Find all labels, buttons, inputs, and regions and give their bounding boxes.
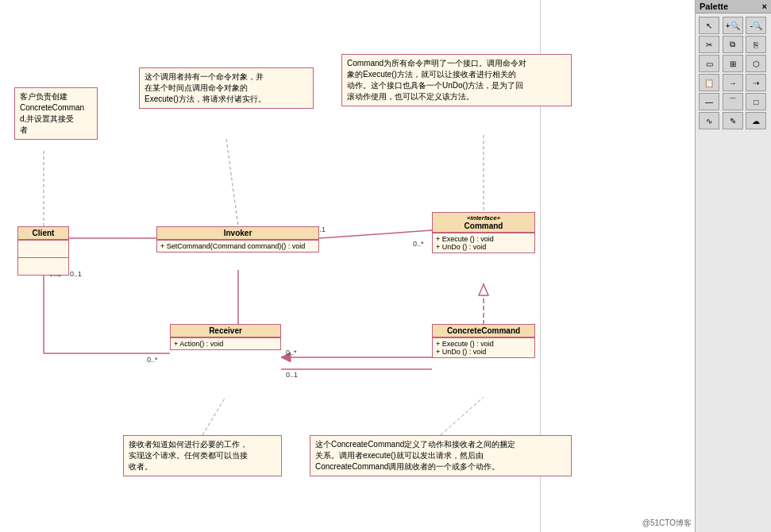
watermark: @51CTO博客 — [642, 518, 692, 529]
palette-title: Palette — [700, 2, 728, 11]
interface-label: «interface» — [436, 214, 531, 222]
freehand-tool[interactable]: ✎ — [723, 112, 743, 129]
receiver-class-header: Receiver — [171, 325, 280, 337]
cut-tool[interactable]: ✂ — [699, 36, 719, 53]
palette-panel: Palette × ↖ +🔍 -🔍 ✂ ⧉ ⎘ ▭ ⊞ ⬡ 📋 → ⇢ — ⌒ … — [695, 0, 771, 532]
command-note: Command为所有命令声明了一个接口。调用命令对 象的Execute()方法，… — [341, 54, 572, 106]
curve-tool[interactable]: ∿ — [699, 112, 719, 129]
client-class-header: Client — [18, 227, 68, 240]
class-tool[interactable]: ⊞ — [723, 55, 743, 72]
concrete-command-class-header: ConcreteCommand — [433, 325, 534, 337]
svg-marker-7 — [479, 284, 488, 295]
invoker-method-1: + SetCommand(Command command)() : void — [160, 242, 315, 250]
dependency-tool[interactable]: ⇢ — [746, 74, 766, 91]
invoker-class-header: Invoker — [157, 227, 318, 240]
svg-text:0..1: 0..1 — [286, 371, 298, 379]
svg-marker-13 — [281, 353, 291, 362]
rect-tool[interactable]: ▭ — [699, 55, 719, 72]
zoom-in-tool[interactable]: +🔍 — [723, 17, 743, 34]
concrete-command-class[interactable]: ConcreteCommand + Execute () : void + Un… — [432, 324, 535, 358]
svg-text:0..*: 0..* — [286, 349, 297, 357]
svg-line-2 — [226, 139, 238, 226]
palette-close-button[interactable]: × — [762, 2, 767, 11]
svg-line-15 — [202, 397, 226, 435]
arrow-tool[interactable]: → — [723, 74, 743, 91]
invoker-class[interactable]: Invoker + SetCommand(Command command)() … — [156, 226, 319, 253]
receiver-note: 接收者知道如何进行必要的工作， 实现这个请求。任何类都可以当接 收者。 — [123, 435, 282, 476]
svg-line-16 — [441, 397, 484, 435]
zoom-out-tool[interactable]: -🔍 — [746, 17, 766, 34]
command-method-2: + UnDo () : void — [436, 243, 531, 251]
diagram-area: 0..1 0..* 0..1 0..1 0..* 0..* 0..1 客户负责创… — [0, 0, 695, 532]
select-tool[interactable]: ↖ — [699, 17, 719, 34]
svg-line-5 — [319, 230, 432, 238]
client-class[interactable]: Client — [17, 226, 69, 276]
box-tool[interactable]: □ — [746, 93, 766, 110]
client-note: 客户负责创建 ConcreteComman d,并设置其接受 者 — [14, 87, 98, 140]
node-tool[interactable]: ⬡ — [746, 55, 766, 72]
command-class[interactable]: «interface» Command + Execute () : void … — [432, 212, 535, 253]
concrete-method-2: + UnDo () : void — [436, 348, 531, 356]
concrete-method-1: + Execute () : void — [436, 340, 531, 348]
cloud-tool[interactable]: ☁ — [746, 112, 766, 129]
concrete-note: 这个ConcreateCommand定义了动作和接收者之间的捆定 关系。调用者e… — [310, 435, 572, 476]
receiver-method-1: + Action() : void — [174, 340, 277, 348]
command-class-header: «interface» Command — [433, 213, 534, 233]
paste-tool[interactable]: ⎘ — [746, 36, 766, 53]
svg-text:0..1: 0..1 — [70, 270, 82, 278]
palette-header: Palette × — [696, 0, 771, 13]
invoker-note: 这个调用者持有一个命令对象，并 在某个时间点调用命令对象的 Execute()方… — [139, 67, 314, 109]
command-method-1: + Execute () : void — [436, 235, 531, 243]
copy-tool[interactable]: ⧉ — [723, 36, 743, 53]
receiver-class[interactable]: Receiver + Action() : void — [170, 324, 281, 350]
line-tool[interactable]: — — [699, 93, 719, 110]
note-tool[interactable]: 📋 — [699, 74, 719, 91]
poly-tool[interactable]: ⌒ — [723, 93, 743, 110]
palette-tools-grid: ↖ +🔍 -🔍 ✂ ⧉ ⎘ ▭ ⊞ ⬡ 📋 → ⇢ — ⌒ □ ∿ ✎ ☁ — [696, 13, 771, 133]
svg-text:0..*: 0..* — [413, 240, 424, 248]
svg-text:0..*: 0..* — [147, 356, 158, 364]
